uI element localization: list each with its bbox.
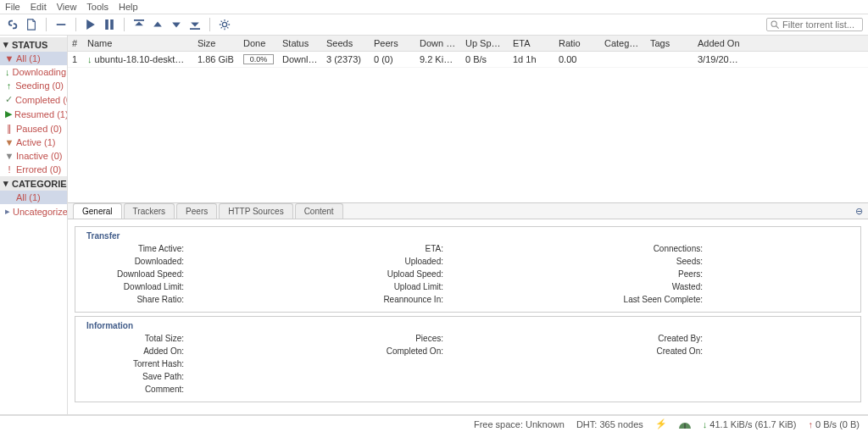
separator <box>46 18 47 31</box>
status-download[interactable]: ↓ 41.1 KiB/s (61.7 KiB) <box>703 419 797 429</box>
sidebar-status-item[interactable]: !Errored (0) <box>0 163 67 176</box>
col-header-eta[interactable]: ETA <box>509 36 554 51</box>
col-header-category[interactable]: Category <box>600 36 646 51</box>
col-header-added[interactable]: Added On <box>693 36 746 51</box>
delete-button[interactable] <box>53 17 69 32</box>
svg-rect-1 <box>105 19 108 30</box>
menu-tools[interactable]: Tools <box>86 2 108 12</box>
cell-status: Downloading <box>278 52 322 67</box>
status-filter-icon: ‖ <box>5 123 14 134</box>
pause-button[interactable] <box>102 17 117 32</box>
val-reannounce <box>450 295 594 305</box>
status-filter-label: Errored (0) <box>16 164 61 174</box>
val-wasted <box>709 282 854 292</box>
category-label: All (1) <box>16 192 41 202</box>
col-header-status[interactable]: Status <box>278 36 322 51</box>
label-created-by: Created By: <box>601 334 703 344</box>
sidebar-status-item[interactable]: ↑Seeding (0) <box>0 79 67 92</box>
add-torrent-link-button[interactable] <box>5 17 20 32</box>
separator <box>75 18 76 31</box>
sidebar-status-item[interactable]: ✓Completed (0) <box>0 92 67 107</box>
col-header-downspeed[interactable]: Down Speed <box>415 36 461 51</box>
label-seeds: Seeds: <box>601 257 703 267</box>
add-torrent-file-button[interactable] <box>24 17 39 32</box>
status-filter-label: All (1) <box>16 53 41 64</box>
col-header-size[interactable]: Size <box>193 36 239 51</box>
col-header-tags[interactable]: Tags <box>646 36 693 51</box>
label-save-path: Save Path: <box>82 372 184 382</box>
menu-file[interactable]: File <box>5 2 20 12</box>
val-created-on <box>709 346 854 357</box>
sidebar-status-item[interactable]: ▼Active (1) <box>0 136 67 149</box>
sidebar-status-item[interactable]: ‖Paused (0) <box>0 121 67 136</box>
sidebar-header-categories[interactable]: ▾CATEGORIES <box>0 176 67 191</box>
torrent-row[interactable]: 1 ↓ ubuntu-18.10-desktop-amd64.iso 1.86 … <box>68 52 868 68</box>
menu-help[interactable]: Help <box>119 2 138 12</box>
status-filter-icon: ! <box>5 164 14 174</box>
menu-edit[interactable]: Edit <box>31 2 47 12</box>
val-connections <box>709 244 854 254</box>
cell-tags <box>646 52 693 67</box>
label-peers: Peers: <box>601 269 703 280</box>
val-comment <box>191 385 854 395</box>
status-upload[interactable]: ↑ 0 B/s (0 B) <box>808 419 860 429</box>
menubar: File Edit View Tools Help <box>0 0 868 14</box>
tab-peers[interactable]: Peers <box>176 203 217 219</box>
col-header-done[interactable]: Done <box>239 36 278 51</box>
sidebar-status-item[interactable]: ▶Resumed (1) <box>0 107 67 121</box>
collapse-details-button[interactable]: ⊖ <box>850 206 868 217</box>
resume-button[interactable] <box>83 17 98 32</box>
label-ul-speed: Upload Speed: <box>342 269 443 280</box>
sidebar-status-item[interactable]: ▼Inactive (0) <box>0 149 67 163</box>
tab-general[interactable]: General <box>73 203 122 219</box>
val-uploaded <box>450 257 594 267</box>
sidebar-category-item[interactable]: All (1) <box>0 191 67 204</box>
sidebar-status-item[interactable]: ↓Downloading (1) <box>0 65 67 79</box>
search-input[interactable] <box>782 19 859 30</box>
sidebar-header-status[interactable]: ▾STATUS <box>0 37 67 52</box>
move-bottom-button[interactable] <box>187 17 203 32</box>
sidebar-status-item[interactable]: ▼All (1) <box>0 52 67 65</box>
svg-rect-3 <box>134 19 144 21</box>
label-torrent-hash: Torrent Hash: <box>82 359 184 369</box>
val-last-seen <box>709 295 854 305</box>
cell-name: ↓ ubuntu-18.10-desktop-amd64.iso <box>83 52 193 67</box>
svg-rect-0 <box>57 24 66 25</box>
status-filter-label: Downloading (1) <box>13 67 69 77</box>
move-top-button[interactable] <box>131 17 147 32</box>
tab-content[interactable]: Content <box>295 203 343 219</box>
val-added-on <box>191 346 335 357</box>
col-header-ratio[interactable]: Ratio <box>554 36 600 51</box>
move-down-button[interactable] <box>169 17 184 32</box>
label-comment: Comment: <box>82 385 184 395</box>
sidebar-category-item[interactable]: ▸Uncategorized (1) <box>0 204 67 219</box>
col-header-peers[interactable]: Peers <box>370 36 415 51</box>
cell-category <box>600 52 646 67</box>
label-eta: ETA: <box>342 244 443 254</box>
col-header-upspeed[interactable]: Up Speed <box>461 36 509 51</box>
menu-view[interactable]: View <box>57 2 77 12</box>
preferences-button[interactable] <box>217 17 232 32</box>
status-filter-label: Paused (0) <box>16 124 62 134</box>
status-filter-icon: ↑ <box>5 80 13 91</box>
connection-status-icon[interactable]: ⚡ <box>655 418 667 429</box>
search-box[interactable] <box>766 18 863 31</box>
label-completed-on: Completed On: <box>342 346 443 357</box>
svg-point-6 <box>771 21 776 26</box>
cell-seeds: 3 (2373) <box>322 52 370 67</box>
tab-http-sources[interactable]: HTTP Sources <box>219 203 292 219</box>
separator <box>124 18 125 31</box>
transfer-fieldset: Transfer Time Active: ETA: Connections: … <box>75 226 861 313</box>
label-added-on: Added On: <box>82 346 184 357</box>
svg-rect-4 <box>190 28 200 30</box>
val-created-by <box>709 334 854 344</box>
col-header-index[interactable]: # <box>68 36 83 51</box>
tab-trackers[interactable]: Trackers <box>124 203 175 219</box>
col-header-name[interactable]: Name <box>83 36 193 51</box>
speed-limits-icon[interactable] <box>679 420 691 429</box>
svg-rect-2 <box>110 19 114 30</box>
move-up-button[interactable] <box>150 17 165 32</box>
cell-added: 3/19/2019, 10... <box>693 52 746 67</box>
col-header-seeds[interactable]: Seeds <box>322 36 370 51</box>
val-ul-speed <box>450 269 594 280</box>
